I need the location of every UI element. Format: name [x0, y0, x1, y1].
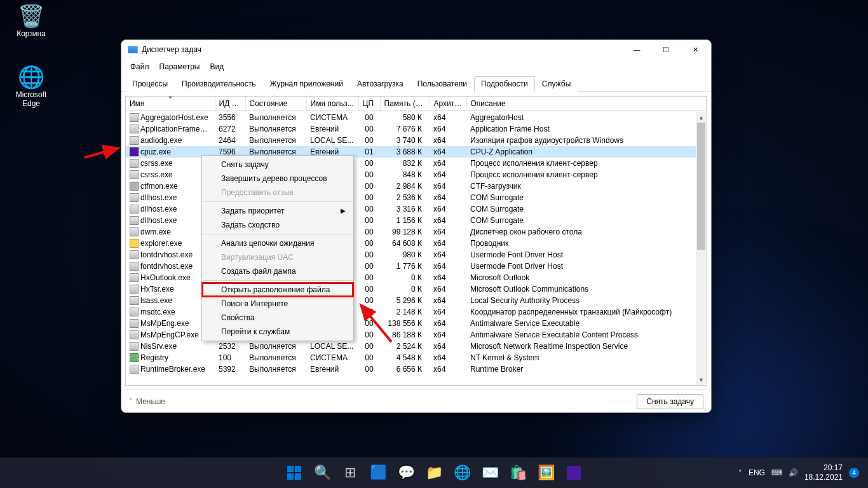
explorer-button[interactable]: 📁 — [421, 460, 447, 485]
window-footer: ˄ Меньше Снять задачу — [121, 390, 711, 412]
fewer-details-toggle[interactable]: ˄ Меньше — [129, 397, 165, 406]
col-header[interactable]: Имя польз... — [306, 97, 358, 111]
context-menu-item: Предоставить отзыв — [202, 186, 353, 200]
system-tray: ˄ ENG ⌨ 🔊 20:17 18.12.2021 4 — [738, 463, 868, 482]
menu-params[interactable]: Параметры — [156, 61, 204, 72]
clock[interactable]: 20:17 18.12.2021 — [804, 463, 843, 482]
scroll-up-icon[interactable]: ▲ — [696, 112, 707, 123]
table-row[interactable]: AggregatorHost.exe3556ВыполняетсяСИСТЕМА… — [126, 112, 707, 123]
col-header[interactable]: Архите... — [430, 97, 466, 111]
tab-4[interactable]: Пользователи — [410, 76, 474, 92]
window-title: Диспетчер задач — [142, 45, 201, 54]
edge-button[interactable]: 🌐 — [449, 460, 475, 485]
col-header[interactable]: Память (а... — [380, 97, 430, 111]
tab-6[interactable]: Службы — [535, 76, 578, 92]
context-menu-item[interactable]: Открыть расположение файла — [202, 283, 353, 297]
edge-icon: 🌐 — [8, 66, 55, 88]
titlebar[interactable]: Диспетчер задач — ☐ ✕ — [121, 40, 711, 59]
desktop-icon-recycle-bin[interactable]: 🗑️ Корзина — [8, 5, 55, 38]
menubar: Файл Параметры Вид — [121, 59, 711, 74]
col-header[interactable]: Имя — [126, 97, 215, 111]
close-button[interactable]: ✕ — [681, 40, 710, 59]
tab-5[interactable]: Подробности — [474, 76, 535, 92]
table-row[interactable]: audiodg.exe2464ВыполняетсяLOCAL SE...003… — [126, 135, 707, 146]
start-button[interactable] — [281, 460, 307, 485]
svg-rect-4 — [287, 473, 294, 480]
vertical-scrollbar[interactable]: ▲ ▼ — [696, 112, 707, 385]
end-task-button[interactable]: Снять задачу — [637, 394, 703, 409]
tabbar: ПроцессыПроизводительностьЖурнал приложе… — [121, 76, 711, 92]
search-button[interactable]: 🔍 — [309, 460, 335, 485]
tab-3[interactable]: Автозагрузка — [350, 76, 410, 92]
widgets-button[interactable]: 🟦 — [365, 460, 391, 485]
context-menu-item[interactable]: Создать файл дампа — [202, 264, 353, 278]
tray-chevron-icon[interactable]: ˄ — [738, 469, 742, 477]
svg-rect-2 — [287, 466, 294, 472]
col-header[interactable]: Описание — [466, 97, 707, 111]
tab-0[interactable]: Процессы — [125, 76, 175, 92]
app-icon — [128, 46, 138, 53]
minimize-button[interactable]: — — [622, 40, 651, 59]
context-menu: Снять задачуЗавершить дерево процессовПр… — [201, 155, 354, 341]
menu-view[interactable]: Вид — [206, 61, 227, 72]
notification-badge[interactable]: 4 — [849, 468, 859, 478]
keyboard-icon[interactable]: ⌨ — [771, 468, 782, 477]
col-header[interactable]: ЦП — [358, 97, 380, 111]
desktop-icon-edge[interactable]: 🌐 Microsoft Edge — [8, 66, 55, 108]
scroll-down-icon[interactable]: ▼ — [696, 374, 707, 385]
desktop-icon-label: Microsoft Edge — [8, 90, 55, 108]
svg-rect-5 — [295, 473, 301, 480]
context-menu-item[interactable]: Снять задачу — [202, 158, 353, 172]
table-row[interactable]: RuntimeBroker.exe5392ВыполняетсяЕвгений0… — [126, 363, 707, 375]
chevron-up-icon: ˄ — [129, 398, 132, 405]
context-menu-item[interactable]: Поиск в Интернете — [202, 297, 353, 311]
annotation-arrow — [81, 139, 126, 164]
context-menu-item[interactable]: Задать сходство — [202, 218, 353, 232]
recycle-bin-icon: 🗑️ — [8, 5, 55, 27]
tab-1[interactable]: Производительность — [175, 76, 262, 92]
col-header[interactable]: Состояние — [245, 97, 306, 111]
maximize-button[interactable]: ☐ — [651, 40, 681, 59]
scrollbar-thumb[interactable] — [697, 123, 705, 250]
table-row[interactable]: ApplicationFrameHo...6272ВыполняетсяЕвге… — [126, 123, 707, 135]
col-header[interactable]: ИД п... — [215, 97, 245, 111]
cpuz-button[interactable] — [561, 460, 587, 485]
taskbar: 🔍 ⊞ 🟦 💬 📁 🌐 ✉️ 🛍️ 🖼️ ˄ ENG ⌨ 🔊 20:17 18.… — [0, 458, 868, 488]
task-view-button[interactable]: ⊞ — [337, 460, 363, 485]
svg-rect-3 — [295, 466, 301, 472]
context-menu-item: Виртуализация UAC — [202, 250, 353, 264]
photos-button[interactable]: 🖼️ — [533, 460, 559, 485]
context-menu-item[interactable]: Свойства — [202, 311, 353, 325]
desktop-icon-label: Корзина — [8, 29, 55, 38]
volume-icon[interactable]: 🔊 — [789, 468, 798, 477]
store-button[interactable]: 🛍️ — [505, 460, 531, 485]
context-menu-item[interactable]: Анализ цепочки ожидания — [202, 236, 353, 250]
mail-button[interactable]: ✉️ — [477, 460, 503, 485]
context-menu-item[interactable]: Задать приоритет▶ — [202, 204, 353, 218]
context-menu-item[interactable]: Перейти к службам — [202, 325, 353, 339]
tab-2[interactable]: Журнал приложений — [263, 76, 350, 92]
svg-line-0 — [85, 148, 118, 158]
context-menu-item[interactable]: Завершить дерево процессов — [202, 172, 353, 186]
table-row[interactable]: Registry100ВыполняетсяСИСТЕМА004 548 Кx6… — [126, 352, 707, 363]
table-row[interactable]: NisSrv.exe2532ВыполняетсяLOCAL SE...002 … — [126, 341, 707, 352]
chat-button[interactable]: 💬 — [393, 460, 419, 485]
menu-file[interactable]: Файл — [126, 61, 153, 72]
language-indicator[interactable]: ENG — [749, 468, 765, 477]
